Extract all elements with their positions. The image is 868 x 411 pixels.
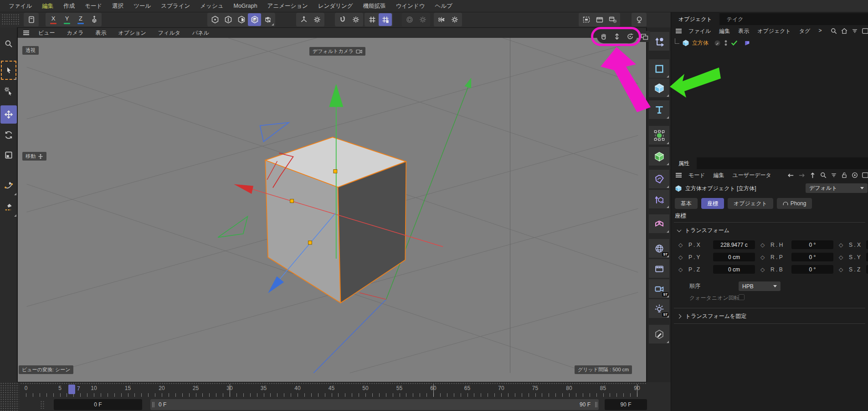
generator-cube-icon[interactable]: [649, 147, 669, 166]
model-mode-icon[interactable]: [248, 13, 261, 26]
edit-toggle-icon[interactable]: [714, 40, 721, 47]
light-object-icon[interactable]: ST: [649, 299, 669, 318]
pz-field[interactable]: 0 cm: [713, 265, 755, 274]
search-icon[interactable]: [830, 27, 837, 35]
spline-primitive-icon[interactable]: [649, 59, 669, 78]
viewport-menu-item-0[interactable]: ビュー: [34, 29, 60, 37]
transform-group-header[interactable]: トランスフォーム: [678, 227, 729, 234]
rp-field[interactable]: 0 °: [791, 253, 833, 261]
menu-item-12[interactable]: ウインドウ: [391, 2, 430, 10]
edges-mode-icon[interactable]: [221, 13, 235, 26]
home-icon[interactable]: [841, 27, 848, 35]
timeline-corner-handle[interactable]: [0, 382, 19, 411]
filter-icon[interactable]: [830, 172, 837, 179]
back-arrow-icon[interactable]: [787, 172, 795, 179]
find-icon[interactable]: [0, 35, 17, 53]
viewport-menu-item-3[interactable]: オプション: [113, 29, 150, 37]
object-manager-menu-item-2[interactable]: 表示: [734, 27, 753, 35]
viewport-menu-item-2[interactable]: 表示: [91, 29, 111, 37]
deformer-icon[interactable]: [649, 170, 669, 188]
view-type-label[interactable]: 透視: [22, 46, 39, 55]
render-view-icon[interactable]: [580, 13, 593, 26]
sz-field[interactable]: [866, 265, 868, 274]
attribute-manager-hamburger-icon[interactable]: [676, 175, 682, 176]
pan-hand-icon[interactable]: [600, 32, 608, 41]
menu-item-11[interactable]: 機能拡張: [358, 2, 391, 10]
menu-item-2[interactable]: 作成: [58, 2, 80, 10]
snap-magnet-icon[interactable]: [336, 13, 349, 26]
panel-options-icon[interactable]: [862, 27, 868, 35]
object-manager-menu-item-3[interactable]: オブジェクト: [753, 27, 795, 35]
tab-attributes[interactable]: 属性: [671, 157, 697, 169]
forward-arrow-icon[interactable]: [798, 172, 806, 179]
axis-y-button[interactable]: Y: [60, 13, 74, 26]
viewport-hamburger-icon[interactable]: [23, 32, 29, 33]
object-manager-menu-item-1[interactable]: 編集: [715, 27, 734, 35]
menu-item-9[interactable]: アニメーション: [262, 2, 313, 10]
pane-layout-icon[interactable]: [639, 31, 650, 42]
menu-item-5[interactable]: ツール: [128, 2, 156, 10]
text-mograph-icon[interactable]: [649, 100, 669, 119]
viewport[interactable]: ビューカメラ表示オプションフィルタパネル: [17, 27, 647, 382]
menu-item-6[interactable]: スプライン: [156, 2, 195, 10]
attribute-manager-menu-item-1[interactable]: 編集: [709, 172, 729, 179]
cube-primitive-icon[interactable]: [649, 78, 669, 97]
save-icon[interactable]: [25, 13, 38, 26]
symmetry-settings-gear-icon[interactable]: [448, 13, 461, 26]
start-frame-field[interactable]: 0 F: [54, 399, 142, 410]
quaternion-checkbox[interactable]: [739, 294, 745, 300]
quantize-grid-icon[interactable]: [365, 13, 379, 26]
interactive-render-icon[interactable]: [632, 13, 646, 26]
coordinates-icon[interactable]: [649, 32, 669, 51]
menu-item-7[interactable]: メッシュ: [195, 2, 228, 10]
sy-field[interactable]: [866, 253, 868, 261]
viewport-menu-item-1[interactable]: カメラ: [62, 29, 88, 37]
enabled-check-icon[interactable]: [731, 40, 738, 47]
spline-pen-tool[interactable]: [0, 176, 17, 196]
menu-item-3[interactable]: モード: [80, 2, 107, 10]
scene-canvas[interactable]: [18, 38, 647, 382]
rb-field[interactable]: 0 °: [791, 265, 833, 274]
viewport-menu-item-4[interactable]: フィルタ: [154, 29, 185, 37]
tab-takes[interactable]: テイク: [719, 13, 751, 25]
freeze-transform-header[interactable]: トランスフォームを固定: [678, 312, 746, 320]
dolly-zoom-icon[interactable]: [613, 32, 621, 41]
menu-item-8[interactable]: MoGraph: [229, 3, 262, 9]
menu-item-13[interactable]: ヘルプ: [430, 2, 457, 10]
material-editor-icon[interactable]: [649, 325, 669, 343]
filter-icon[interactable]: [851, 27, 858, 35]
viewport-menu-item-5[interactable]: パネル: [188, 29, 214, 37]
visibility-dots-icon[interactable]: [724, 40, 728, 47]
tab-coordinates[interactable]: 座標: [701, 198, 724, 209]
symmetry-object-icon[interactable]: [649, 214, 669, 233]
object-row-cube[interactable]: 立方体: [675, 38, 866, 48]
order-dropdown[interactable]: HPB: [739, 281, 781, 291]
workplane-settings-gear-icon[interactable]: [310, 13, 324, 26]
preset-dropdown[interactable]: デフォルト: [806, 183, 868, 193]
object-manager-hamburger-icon[interactable]: [676, 31, 682, 31]
target-icon[interactable]: [851, 172, 858, 179]
points-mode-icon[interactable]: [208, 13, 221, 26]
snap-settings-gear-icon[interactable]: [349, 13, 362, 26]
symmetry-butterfly-icon[interactable]: [435, 13, 448, 26]
object-manager-menu-item-0[interactable]: ファイル: [684, 27, 715, 35]
search-icon[interactable]: [820, 172, 827, 179]
end-frame-field[interactable]: 90 F: [605, 399, 647, 410]
film-clapper-icon[interactable]: [649, 259, 669, 278]
tab-phong[interactable]: Phong: [777, 198, 812, 209]
camera-label[interactable]: デフォルトカメラ: [309, 47, 365, 56]
world-axis-icon[interactable]: [87, 13, 101, 26]
camera-object-icon[interactable]: ST: [649, 279, 669, 298]
axis-mode-icon[interactable]: [261, 13, 274, 26]
tab-basic[interactable]: 基本: [675, 198, 698, 209]
attribute-manager-menu-item-0[interactable]: モード: [684, 172, 709, 179]
lock-icon[interactable]: [841, 172, 848, 179]
subdivision-surface-icon[interactable]: [649, 126, 669, 145]
range-right-grip[interactable]: [595, 402, 596, 407]
tab-object[interactable]: オブジェクト: [728, 198, 773, 209]
menu-item-4[interactable]: 選択: [107, 2, 128, 10]
orbit-rotate-icon[interactable]: [626, 32, 634, 41]
px-field[interactable]: 228.9477 c: [713, 240, 755, 249]
object-name[interactable]: 立方体: [692, 39, 709, 47]
tweak-tool[interactable]: [0, 82, 17, 100]
